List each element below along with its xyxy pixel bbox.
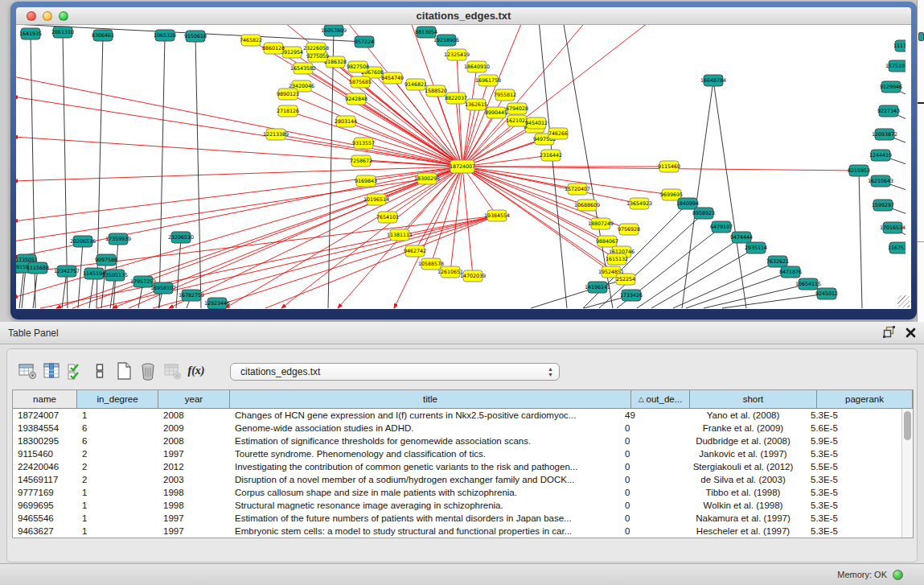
graph-node[interactable]: 12342757 bbox=[54, 266, 80, 277]
select-columns-icon[interactable] bbox=[39, 360, 64, 382]
table-cell[interactable]: 2 bbox=[77, 462, 158, 472]
graph-node[interactable]: 2803144 bbox=[335, 116, 357, 127]
table-cell[interactable]: Estimation of significance thresholds fo… bbox=[230, 436, 620, 446]
graph-node[interactable]: 16648784 bbox=[700, 75, 726, 86]
graph-node[interactable]: 8215953 bbox=[848, 165, 870, 176]
graph-edge[interactable] bbox=[101, 260, 106, 308]
table-row[interactable]: 977716911998Corpus callosum shape and si… bbox=[13, 486, 901, 499]
table-cell[interactable]: 0 bbox=[620, 501, 679, 510]
graph-node[interactable]: 1117534 bbox=[893, 40, 906, 51]
delete-table-icon[interactable] bbox=[136, 360, 160, 382]
graph-node[interactable]: 8990445 bbox=[485, 107, 507, 118]
table-cell[interactable]: 22420046 bbox=[13, 462, 77, 472]
table-row[interactable]: 946554611997Estimation of the future num… bbox=[13, 512, 901, 525]
graph-node[interactable]: 2316442 bbox=[540, 150, 562, 161]
network-canvas[interactable]: 1872400718300295193845549777169949756874… bbox=[16, 25, 911, 309]
graph-node[interactable]: 23226058 bbox=[303, 43, 329, 54]
column-header-name[interactable]: name bbox=[13, 390, 77, 408]
table-cell[interactable]: Estimation of the future numbers of pati… bbox=[230, 513, 620, 523]
table-cell[interactable]: 0 bbox=[620, 513, 679, 523]
graph-node[interactable]: 13505135 bbox=[102, 270, 128, 281]
graph-node[interactable]: 16210643 bbox=[868, 175, 893, 187]
graph-node[interactable]: 10588578 bbox=[418, 258, 444, 270]
table-cell[interactable]: 19384554 bbox=[13, 423, 77, 433]
table-cell[interactable]: Corpus callosum shape and size in male p… bbox=[230, 488, 620, 497]
column-header-title[interactable]: title bbox=[230, 390, 631, 408]
table-cell[interactable]: 2003 bbox=[158, 475, 230, 484]
graph-node[interactable]: 1588520 bbox=[425, 85, 447, 97]
graph-edge[interactable] bbox=[195, 36, 201, 308]
table-cell[interactable]: Genome-wide association studies in ADHD. bbox=[230, 423, 620, 433]
table-row[interactable]: 1830029562008Estimation of significance … bbox=[13, 435, 901, 447]
table-cell[interactable]: 2008 bbox=[158, 410, 230, 420]
table-cell[interactable]: 0 bbox=[620, 423, 679, 433]
table-cell[interactable]: 2 bbox=[77, 449, 158, 459]
function-builder-icon[interactable]: f(x) bbox=[184, 360, 208, 382]
table-cell[interactable]: 5.3E-5 bbox=[806, 410, 901, 420]
graph-edge[interactable] bbox=[462, 113, 496, 167]
graph-node[interactable]: 10654115 bbox=[795, 278, 821, 290]
graph-node[interactable]: 8471876 bbox=[779, 266, 802, 278]
table-cell[interactable]: 1 bbox=[77, 526, 158, 536]
table-cell[interactable]: 49 bbox=[620, 410, 679, 420]
table-cell[interactable]: 18724007 bbox=[13, 410, 77, 420]
graph-node[interactable]: 1167531 bbox=[888, 242, 906, 253]
graph-node[interactable]: 1362615 bbox=[465, 99, 487, 110]
table-cell[interactable]: 1997 bbox=[158, 449, 230, 459]
row-height-icon[interactable] bbox=[88, 360, 112, 382]
table-cell[interactable]: Embryonic stem cells: a model to study s… bbox=[230, 526, 620, 536]
graph-edge[interactable] bbox=[682, 80, 713, 308]
graph-node[interactable]: 16958107 bbox=[150, 282, 176, 294]
column-header-short[interactable]: short bbox=[690, 390, 817, 408]
graph-node[interactable]: 9756928 bbox=[618, 224, 640, 235]
graph-edge[interactable] bbox=[356, 99, 462, 167]
graph-node[interactable]: 9884067 bbox=[596, 236, 618, 247]
table-cell[interactable]: 9777169 bbox=[13, 488, 77, 497]
table-row[interactable]: 969969511998Structural magnetic resonanc… bbox=[13, 499, 901, 512]
graph-node[interactable]: 17016534 bbox=[880, 222, 906, 233]
graph-node[interactable]: 1599297 bbox=[872, 200, 894, 211]
table-scrollbar[interactable] bbox=[901, 409, 913, 538]
graph-edge[interactable] bbox=[450, 167, 462, 272]
graph-edge[interactable] bbox=[16, 179, 427, 241]
table-settings-icon[interactable] bbox=[15, 360, 39, 382]
table-cell[interactable]: Tourette syndrome. Phenomenology and cla… bbox=[230, 449, 620, 459]
graph-node[interactable]: 18807249 bbox=[588, 218, 614, 229]
table-cell[interactable]: 14569117 bbox=[13, 475, 77, 484]
graph-node[interactable]: 7955812 bbox=[494, 89, 516, 101]
table-cell[interactable]: 1997 bbox=[158, 513, 230, 523]
table-cell[interactable]: Disruption of a novel member of a sodium… bbox=[230, 475, 620, 484]
table-cell[interactable]: 2 bbox=[77, 475, 158, 484]
table-cell[interactable]: Tibbo et al. (1998) bbox=[679, 488, 806, 497]
graph-node[interactable]: 252254 bbox=[616, 274, 635, 285]
table-cell[interactable]: 5.3E-5 bbox=[806, 449, 901, 459]
graph-edge[interactable] bbox=[153, 216, 497, 308]
graph-node[interactable]: 2718126 bbox=[277, 105, 299, 117]
table-cell[interactable]: 1 bbox=[77, 488, 158, 497]
column-header-out_de[interactable]: △out_de... bbox=[631, 390, 690, 408]
table-row[interactable]: 1872400712008Changes of HCN gene express… bbox=[13, 409, 901, 422]
graph-node[interactable]: 5875685 bbox=[349, 76, 372, 88]
table-cell[interactable]: 18300295 bbox=[13, 436, 77, 446]
graph-edge[interactable] bbox=[159, 35, 165, 308]
graph-node[interactable]: 12923446 bbox=[204, 298, 230, 309]
graph-node[interactable]: 12093872 bbox=[872, 129, 897, 140]
table-cell[interactable]: 0 bbox=[620, 436, 679, 446]
graph-node[interactable]: 8813054 bbox=[415, 27, 437, 38]
column-header-year[interactable]: year bbox=[158, 390, 230, 408]
graph-node[interactable]: 8454749 bbox=[381, 72, 404, 84]
graph-node[interactable]: 19218906 bbox=[433, 35, 459, 46]
graph-node[interactable]: 1244419 bbox=[869, 150, 892, 161]
graph-node[interactable]: 12213389 bbox=[263, 129, 289, 140]
table-cell[interactable]: 2012 bbox=[158, 462, 230, 472]
graph-edge[interactable] bbox=[16, 167, 462, 181]
table-cell[interactable]: 0 bbox=[620, 449, 679, 459]
graph-node[interactable]: 15751074 bbox=[885, 60, 906, 72]
table-cell[interactable]: 9463627 bbox=[13, 526, 77, 536]
graph-node[interactable]: 6794028 bbox=[506, 103, 528, 114]
table-cell[interactable]: 9115460 bbox=[13, 449, 77, 459]
graph-node[interactable]: 9313557 bbox=[352, 138, 375, 149]
graph-edge[interactable] bbox=[686, 272, 791, 308]
column-header-pagerank[interactable]: pagerank bbox=[817, 390, 913, 408]
graph-edge[interactable] bbox=[209, 216, 497, 308]
